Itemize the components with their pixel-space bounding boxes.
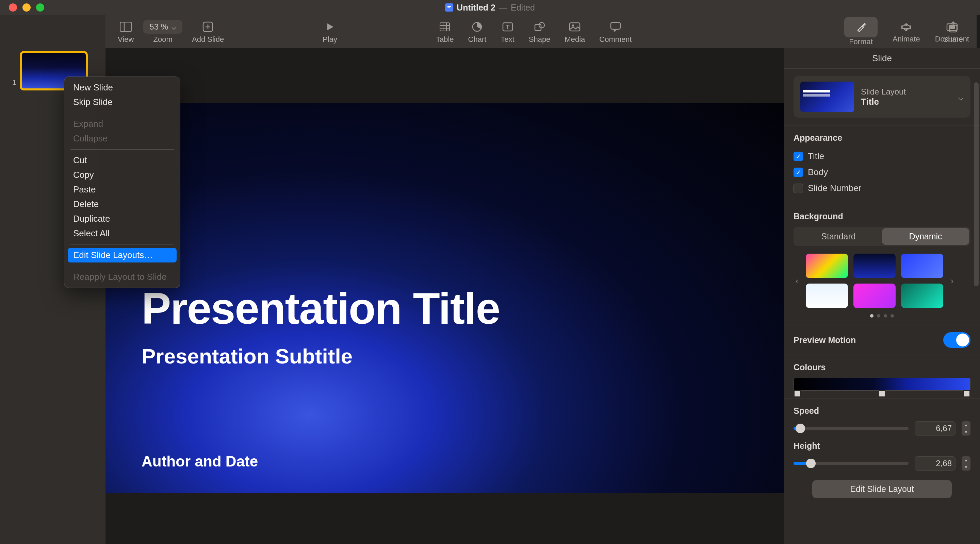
play-icon: [325, 19, 335, 34]
slide-title-text[interactable]: Presentation Title: [142, 283, 500, 334]
svg-rect-1: [447, 6, 451, 7]
chevron-down-icon: ⌵: [958, 92, 964, 103]
page-dot[interactable]: [870, 314, 873, 317]
seg-standard[interactable]: Standard: [795, 228, 882, 245]
menu-skip-slide[interactable]: Skip Slide: [64, 95, 180, 109]
table-button[interactable]: Table: [436, 19, 454, 44]
colours-heading: Colours: [794, 362, 970, 372]
speed-slider[interactable]: [794, 427, 908, 430]
menu-expand: Expand: [64, 117, 180, 131]
swatch-prev-button[interactable]: ‹: [794, 276, 800, 286]
zoom-value-pill[interactable]: 53 %⌵: [143, 20, 182, 34]
chart-button[interactable]: Chart: [468, 19, 487, 44]
stepper-up-icon[interactable]: ▲: [962, 421, 970, 428]
height-slider[interactable]: [794, 462, 908, 465]
inspector-tabbar: Format Animate Document: [834, 15, 977, 48]
bg-swatch[interactable]: [853, 254, 896, 278]
body-checkbox-row[interactable]: ✓Body: [794, 164, 970, 180]
format-tab[interactable]: Format: [837, 17, 885, 46]
minimize-window-button[interactable]: [22, 3, 30, 11]
page-dot[interactable]: [884, 314, 887, 317]
animate-icon: [900, 20, 912, 35]
speed-stepper[interactable]: ▲▼: [962, 421, 970, 436]
height-stepper[interactable]: ▲▼: [962, 456, 970, 471]
media-button[interactable]: Media: [565, 19, 585, 44]
preview-motion-row: Preview Motion: [784, 325, 980, 355]
fullscreen-window-button[interactable]: [36, 3, 44, 11]
svg-rect-8: [440, 23, 450, 31]
gradient-stop[interactable]: [878, 390, 885, 397]
stepper-down-icon[interactable]: ▼: [962, 463, 970, 471]
window-titlebar: Untitled 2 — Edited: [0, 0, 980, 15]
height-slider-row: 2,68 ▲▼: [794, 456, 970, 471]
checkbox-on-icon[interactable]: ✓: [794, 168, 803, 177]
bg-swatch[interactable]: [806, 254, 848, 278]
menu-cut[interactable]: Cut: [64, 153, 180, 168]
table-icon: [439, 19, 450, 34]
document-tab[interactable]: Document: [928, 20, 977, 43]
gradient-stop[interactable]: [794, 390, 801, 397]
menu-collapse: Collapse: [64, 131, 180, 146]
menu-select-all[interactable]: Select All: [64, 226, 180, 241]
slide-layout-picker[interactable]: Slide Layout Title ⌵: [794, 76, 970, 117]
slide-number-label: 1: [12, 51, 16, 87]
menu-paste[interactable]: Paste: [64, 182, 180, 197]
background-segmented-control: Standard Dynamic: [794, 227, 970, 246]
keynote-doc-icon: [445, 3, 453, 11]
preview-motion-toggle[interactable]: [943, 332, 970, 348]
play-button[interactable]: Play: [323, 19, 337, 44]
stepper-down-icon[interactable]: ▼: [962, 428, 970, 436]
menu-copy[interactable]: Copy: [64, 168, 180, 182]
gradient-editor[interactable]: [794, 378, 970, 391]
slide-canvas[interactable]: Presentation Title Presentation Subtitle…: [105, 103, 784, 493]
appearance-heading: Appearance: [794, 133, 970, 143]
swatch-next-button[interactable]: ›: [949, 276, 956, 286]
slide-subtitle-text[interactable]: Presentation Subtitle: [142, 344, 353, 368]
chart-icon: [472, 19, 482, 34]
bg-swatch[interactable]: [901, 284, 943, 308]
document-title[interactable]: Untitled 2 — Edited: [445, 3, 535, 13]
text-button[interactable]: TText: [501, 19, 514, 44]
gradient-stop[interactable]: [963, 390, 970, 397]
svg-point-19: [572, 24, 574, 27]
zoom-button[interactable]: 53 %⌵ Zoom: [143, 19, 182, 44]
background-swatches: ‹ ›: [794, 254, 970, 308]
slide-author-text[interactable]: Author and Date: [142, 453, 258, 470]
chevron-down-icon: ⌵: [172, 22, 176, 32]
animate-tab[interactable]: Animate: [885, 20, 928, 43]
page-dot[interactable]: [877, 314, 880, 317]
svg-point-17: [539, 22, 544, 28]
speed-value[interactable]: 6,67: [915, 421, 956, 436]
add-slide-button[interactable]: Add Slide: [192, 19, 224, 44]
menu-separator: [70, 244, 174, 244]
slide-number-checkbox-row[interactable]: Slide Number: [794, 180, 970, 196]
shape-button[interactable]: Shape: [529, 19, 550, 44]
stepper-up-icon[interactable]: ▲: [962, 456, 970, 463]
text-icon: T: [502, 19, 513, 34]
menu-delete[interactable]: Delete: [64, 197, 180, 211]
svg-rect-24: [949, 25, 955, 29]
comment-button[interactable]: Comment: [599, 19, 632, 44]
inspector-scrollbar[interactable]: [974, 82, 978, 286]
menu-new-slide[interactable]: New Slide: [64, 80, 180, 95]
canvas-area[interactable]: Presentation Title Presentation Subtitle…: [105, 48, 784, 544]
close-window-button[interactable]: [9, 3, 17, 11]
paintbrush-icon: [856, 20, 866, 35]
menu-separator: [70, 266, 174, 266]
page-dot[interactable]: [891, 314, 894, 317]
title-checkbox-row[interactable]: ✓Title: [794, 148, 970, 164]
bg-swatch[interactable]: [806, 284, 848, 308]
bg-swatch[interactable]: [901, 254, 943, 278]
menu-edit-slide-layouts[interactable]: Edit Slide Layouts…: [68, 248, 177, 262]
seg-dynamic[interactable]: Dynamic: [882, 228, 969, 245]
slide-context-menu: New Slide Skip Slide Expand Collapse Cut…: [64, 76, 180, 288]
checkbox-on-icon[interactable]: ✓: [794, 152, 803, 161]
plus-square-icon: [202, 19, 213, 34]
bg-swatch[interactable]: [853, 284, 896, 308]
height-value[interactable]: 2,68: [915, 456, 956, 471]
view-button[interactable]: View: [118, 19, 134, 44]
menu-duplicate[interactable]: Duplicate: [64, 211, 180, 226]
checkbox-off-icon[interactable]: [794, 184, 803, 193]
edit-slide-layout-button[interactable]: Edit Slide Layout: [812, 480, 952, 498]
svg-rect-2: [447, 8, 450, 8]
